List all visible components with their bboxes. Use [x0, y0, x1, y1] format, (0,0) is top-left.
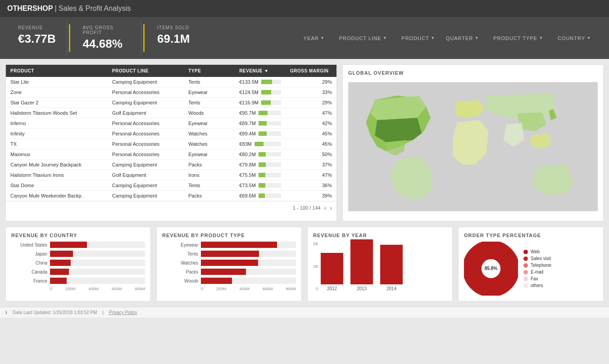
type-bar-outer — [201, 251, 296, 257]
filter-product[interactable]: PRODUCT ▼ — [398, 34, 438, 43]
prev-page-button[interactable]: ‹ — [324, 204, 327, 211]
cell-line: Personal Accessories — [108, 87, 184, 97]
cell-line: Camping Equipment — [108, 98, 184, 108]
year-bar-col: 2014 — [380, 245, 403, 291]
year-bars: 2012 2013 2014 — [321, 242, 403, 291]
type-bar-inner — [201, 242, 277, 248]
filter-quarter[interactable]: QUARTER ▼ — [442, 34, 483, 43]
cell-line: Camping Equipment — [108, 77, 184, 87]
legend-dot — [523, 263, 528, 268]
country-label: China — [11, 261, 47, 265]
cell-product: Infinity — [6, 129, 108, 139]
cell-revenue: €83M — [235, 139, 286, 149]
cell-line: Camping Equipment — [108, 191, 184, 201]
privacy-policy-link[interactable]: Privacy Policy — [109, 310, 137, 315]
country-bar-outer — [50, 260, 145, 266]
cell-margin: 39% — [286, 191, 336, 201]
country-bar-outer — [50, 242, 145, 248]
cell-product: Zone — [6, 87, 108, 97]
cell-margin: 45% — [286, 129, 336, 139]
filter-country[interactable]: COUNTRY ▼ — [554, 34, 595, 43]
legend-item: Telephone — [523, 263, 551, 268]
country-bar-inner — [50, 251, 73, 257]
y-label-0: 0 — [313, 287, 318, 291]
revenue-by-type-chart: REVENUE BY PRODUCT TYPE Eyewear Tents Wa… — [156, 227, 302, 301]
revenue-bar — [259, 193, 281, 198]
table-row: Star Gazer 2 Camping Equipment Tents €11… — [6, 98, 336, 108]
country-bar-inner — [50, 278, 67, 284]
x-axis-label: 400M — [88, 287, 99, 291]
revenue-bar — [259, 173, 281, 177]
cell-margin: 33% — [286, 87, 336, 97]
cell-revenue: €95.7M — [235, 108, 286, 118]
revenue-bar — [259, 111, 281, 115]
cell-margin: 47% — [286, 108, 336, 118]
year-bar — [380, 245, 403, 284]
cell-line: Camping Equipment — [108, 160, 184, 170]
type-bar-row: Packs — [162, 269, 296, 275]
cell-product: Hailstorm Titanium Woods Set — [6, 108, 108, 118]
country-bar-row: Japan — [11, 251, 145, 257]
brand-name: OTHERSHOP — [7, 4, 53, 12]
legend-label: Sales visit — [531, 256, 551, 261]
cell-line: Personal Accessories — [108, 139, 184, 149]
legend-label: others — [531, 283, 543, 288]
kpi-filter-bar: REVENUE €3.77B AVG GROSS PROFIT 44.68% I… — [0, 17, 609, 59]
cell-type: Tents — [184, 77, 235, 87]
type-bar-row: Watches — [162, 260, 296, 266]
filter-row-1: YEAR ▼ PRODUCT LINE ▼ PRODUCT ▼ — [300, 34, 439, 43]
filter-product-type[interactable]: PRODUCT TYPE ▼ — [490, 34, 547, 43]
revenue-by-year-chart: REVENUE BY YEAR 2B 1B 0 2012 2013 2014 — [307, 227, 453, 301]
info-icon: ℹ — [5, 310, 7, 315]
x-axis-label: 0 — [50, 287, 52, 291]
x-axis-label: 400M — [239, 287, 250, 291]
table-row: Maximus Personal Accessories Eyewear €80… — [6, 149, 336, 160]
country-bar-row: France — [11, 278, 145, 284]
type-bar-row: Eyewear — [162, 242, 296, 248]
table-row: Infinity Personal Accessories Watches €8… — [6, 129, 336, 139]
col-revenue[interactable]: REVENUE ▼ — [235, 65, 286, 77]
kpi-revenue-label: REVENUE — [18, 25, 56, 30]
legend-label: Fax — [531, 276, 538, 281]
kpi-divider-2 — [143, 24, 145, 52]
cell-type: Packs — [184, 160, 235, 170]
cell-revenue: €124.5M — [235, 87, 286, 97]
pie-svg: 85.8% — [464, 242, 518, 296]
legend-item: Sales visit — [523, 256, 551, 261]
map-section: GLOBAL OVERVIEW — [342, 64, 604, 221]
filter-quarter-arrow: ▼ — [475, 36, 479, 40]
cell-margin: 42% — [286, 118, 336, 128]
filter-section: YEAR ▼ PRODUCT LINE ▼ PRODUCT ▼ QUARTER … — [200, 34, 602, 43]
next-page-button[interactable]: › — [330, 204, 332, 211]
country-label: Japan — [11, 252, 47, 256]
type-bar-outer — [201, 242, 296, 248]
filter-product-line[interactable]: PRODUCT LINE ▼ — [336, 34, 391, 43]
cell-line: Personal Accessories — [108, 118, 184, 128]
cell-product: Star Gazer 2 — [6, 98, 108, 108]
cell-line: Camping Equipment — [108, 180, 184, 190]
country-bar-outer — [50, 269, 145, 275]
country-bar-inner — [50, 242, 87, 248]
type-bar-outer — [201, 269, 296, 275]
filter-product-label: PRODUCT — [401, 36, 429, 41]
country-label: Canada — [11, 270, 47, 274]
product-table: PRODUCT PRODUCT LINE TYPE REVENUE ▼ GROS… — [5, 64, 337, 221]
kpi-revenue: REVENUE €3.77B — [7, 21, 67, 55]
cell-product: TX — [6, 139, 108, 149]
pie-section: 85.8% Web Sales visit Telephone E-mail F… — [464, 242, 598, 296]
pagination: 1 - 100 / 144 ‹ › — [6, 201, 336, 214]
filter-product-line-label: PRODUCT LINE — [339, 36, 382, 41]
filter-year[interactable]: YEAR ▼ — [300, 34, 328, 43]
table-row: Canyon Mule Weekender Backp. Camping Equ… — [6, 191, 336, 201]
cell-revenue: €79.8M — [235, 160, 286, 170]
app-subtitle: | Sales & Profit Analysis — [55, 4, 131, 12]
filter-row-2: QUARTER ▼ PRODUCT TYPE ▼ COUNTRY ▼ — [442, 34, 595, 43]
y-label-2b: 2B — [313, 242, 318, 246]
legend-item: Web — [523, 249, 551, 254]
year-bar-col: 2013 — [350, 239, 373, 291]
revenue-bar — [261, 100, 281, 105]
revenue-type-title: REVENUE BY PRODUCT TYPE — [162, 233, 296, 238]
table-header: PRODUCT PRODUCT LINE TYPE REVENUE ▼ GROS… — [6, 65, 336, 77]
revenue-bar — [259, 131, 281, 136]
filter-product-type-label: PRODUCT TYPE — [493, 36, 537, 41]
